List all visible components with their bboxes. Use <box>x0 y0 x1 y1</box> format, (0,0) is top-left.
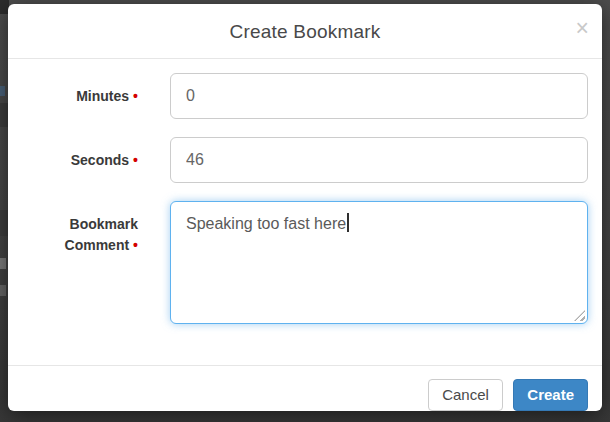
backdrop-artifact <box>0 285 6 296</box>
text-caret <box>347 213 349 232</box>
bookmark-comment-textarea[interactable]: Speaking too fast here <box>170 201 588 324</box>
screen-backdrop: Create Bookmark × Minutes• Seconds• Book… <box>0 0 610 422</box>
minutes-input[interactable] <box>170 73 588 119</box>
cancel-button[interactable]: Cancel <box>428 379 503 411</box>
seconds-label: Seconds• <box>8 137 138 183</box>
minutes-label-text: Minutes <box>76 88 129 104</box>
create-bookmark-dialog: Create Bookmark × Minutes• Seconds• Book… <box>8 4 602 411</box>
minutes-control <box>170 73 588 119</box>
seconds-input[interactable] <box>170 137 588 183</box>
seconds-control <box>170 137 588 183</box>
backdrop-artifact <box>0 86 5 96</box>
seconds-label-text: Seconds <box>71 152 129 168</box>
minutes-label: Minutes• <box>8 73 138 119</box>
dialog-title: Create Bookmark <box>8 4 602 59</box>
dialog-footer: Cancel Create <box>8 365 602 411</box>
create-button[interactable]: Create <box>513 379 588 411</box>
bookmark-comment-row: Bookmark Comment• Speaking too fast here <box>8 201 588 324</box>
backdrop-artifact <box>0 258 6 269</box>
bookmark-comment-control: Speaking too fast here <box>170 201 588 324</box>
seconds-row: Seconds• <box>8 137 588 183</box>
close-icon[interactable]: × <box>576 17 589 40</box>
required-dot: • <box>133 237 138 253</box>
dialog-header: Create Bookmark × <box>8 4 602 59</box>
minutes-row: Minutes• <box>8 73 588 119</box>
resize-handle-icon[interactable] <box>574 310 585 321</box>
bookmark-comment-label: Bookmark Comment• <box>8 201 138 324</box>
bookmark-comment-label-text: Bookmark Comment <box>65 216 138 253</box>
bookmark-comment-text: Speaking too fast here <box>186 215 346 232</box>
required-dot: • <box>133 88 138 104</box>
required-dot: • <box>133 152 138 168</box>
dialog-body: Minutes• Seconds• Bookmark Comment• Spea… <box>8 59 602 365</box>
